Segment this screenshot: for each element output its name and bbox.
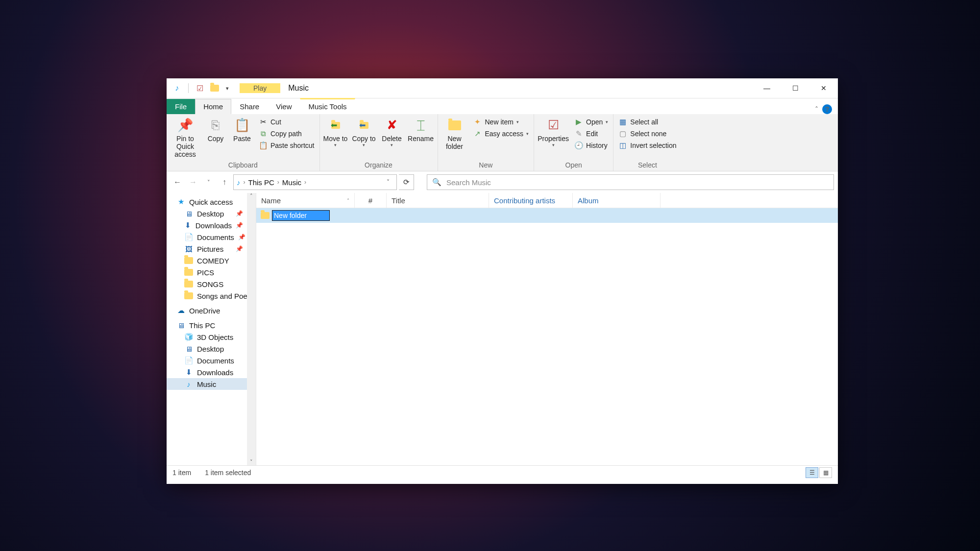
rename-input[interactable] <box>272 210 330 221</box>
select-none-button[interactable]: ▢Select none <box>616 129 678 139</box>
tab-file[interactable]: File <box>167 99 195 114</box>
history-icon: 🕘 <box>574 141 583 150</box>
properties-qat-icon[interactable]: ☑ <box>195 83 205 94</box>
recent-locations-button[interactable]: ˅ <box>202 175 216 189</box>
tab-view[interactable]: View <box>268 99 300 114</box>
ribbon-group-organize: ⬅ Move to▾ ⬅ Copy to▾ ✘ Delete▾ ⌶ Rename… <box>320 114 438 171</box>
scroll-down-icon[interactable]: ˅ <box>250 459 253 465</box>
star-icon: ★ <box>176 197 185 206</box>
pin-quick-access-button[interactable]: 📌 Pin to Quick access <box>170 115 201 158</box>
breadcrumb-music[interactable]: Music <box>282 178 301 187</box>
pictures-icon: 🖼 <box>184 244 193 253</box>
select-all-icon: ▦ <box>618 118 627 126</box>
folder-icon <box>184 280 193 288</box>
column-album[interactable]: Album <box>573 193 661 208</box>
sidebar-item-pics[interactable]: PICS <box>167 266 256 278</box>
open-button[interactable]: ▶Open ▾ <box>572 117 610 127</box>
paste-icon: 📋 <box>234 117 250 134</box>
table-row[interactable] <box>256 208 838 223</box>
group-label-open: Open <box>537 160 610 171</box>
forward-button[interactable]: → <box>186 175 200 189</box>
file-explorer-window: ♪ ☑ ▾ Play Music — ☐ ✕ File Home Share V… <box>167 78 838 484</box>
folder-icon <box>260 211 270 220</box>
this-pc-icon: 🖥 <box>176 321 185 330</box>
sidebar-item-documents[interactable]: 📄Documents📌 <box>167 231 256 243</box>
sidebar-item-desktop[interactable]: 🖥Desktop📌 <box>167 208 256 219</box>
documents-icon: 📄 <box>184 233 193 241</box>
sidebar-item-this-pc[interactable]: 🖥This PC <box>167 319 256 331</box>
status-bar: 1 item 1 item selected ☰ ▦ <box>167 465 838 479</box>
new-folder-button[interactable]: New folder <box>441 115 468 150</box>
properties-icon: ☑ <box>545 117 562 134</box>
sidebar-item-pictures[interactable]: 🖼Pictures📌 <box>167 243 256 255</box>
delete-button[interactable]: ✘ Delete▾ <box>380 115 404 147</box>
back-button[interactable]: ← <box>171 175 184 189</box>
properties-button[interactable]: ☑ Properties▾ <box>537 115 569 147</box>
sidebar-item-downloads-2[interactable]: ⬇Downloads <box>167 366 256 378</box>
chevron-right-icon[interactable]: › <box>277 179 279 186</box>
paste-shortcut-button[interactable]: 📋Paste shortcut <box>257 141 317 150</box>
invert-selection-button[interactable]: ◫Invert selection <box>616 141 678 150</box>
breadcrumb[interactable]: ♪ › This PC › Music › ˅ <box>233 174 397 190</box>
breadcrumb-this-pc[interactable]: This PC <box>248 178 274 187</box>
maximize-button[interactable]: ☐ <box>781 78 809 98</box>
onedrive-icon: ☁ <box>176 306 185 315</box>
folder-qat-icon[interactable] <box>209 83 220 94</box>
help-icon[interactable]: ? <box>822 104 832 114</box>
address-bar: ← → ˅ ↑ ♪ › This PC › Music › ˅ ⟳ 🔍 Sear… <box>167 171 838 193</box>
edit-icon: ✎ <box>574 129 583 138</box>
ribbon-group-open: ☑ Properties▾ ▶Open ▾ ✎Edit 🕘History Ope… <box>534 114 613 171</box>
column-contributing-artists[interactable]: Contributing artists <box>489 193 573 208</box>
rename-icon: ⌶ <box>413 117 429 134</box>
sidebar-item-comedy[interactable]: COMEDY <box>167 255 256 266</box>
sidebar-item-songs[interactable]: SONGS <box>167 278 256 290</box>
copy-to-button[interactable]: ⬅ Copy to▾ <box>351 115 377 147</box>
scroll-up-icon[interactable]: ˄ <box>250 193 253 199</box>
group-label-clipboard: Clipboard <box>170 160 317 171</box>
chevron-right-icon[interactable]: › <box>304 179 306 186</box>
sidebar-item-desktop-2[interactable]: 🖥Desktop <box>167 343 256 355</box>
music-icon: ♪ <box>172 83 182 94</box>
copy-button[interactable]: ⎘ Copy <box>204 115 227 143</box>
copy-path-button[interactable]: ⧉Copy path <box>257 129 317 139</box>
minimize-button[interactable]: — <box>753 78 781 98</box>
move-to-button[interactable]: ⬅ Move to▾ <box>323 115 348 147</box>
tab-music-tools[interactable]: Music Tools <box>300 98 355 114</box>
up-button[interactable]: ↑ <box>218 175 231 189</box>
sidebar-item-music[interactable]: ♪Music <box>167 378 256 390</box>
refresh-button[interactable]: ⟳ <box>399 174 414 190</box>
sidebar-scrollbar[interactable]: ˄˅ <box>247 193 256 465</box>
cut-button[interactable]: ✂Cut <box>257 117 317 127</box>
column-name[interactable]: Name˄ <box>256 193 355 208</box>
window-controls: — ☐ ✕ <box>753 78 838 98</box>
qat-dropdown-icon[interactable]: ▾ <box>224 85 231 92</box>
easy-access-button[interactable]: ↗Easy access ▾ <box>471 129 531 139</box>
sidebar-item-quick-access[interactable]: ★Quick access <box>167 196 256 208</box>
new-item-button[interactable]: ✦New item ▾ <box>471 117 531 127</box>
tab-home[interactable]: Home <box>195 99 231 114</box>
tab-share[interactable]: Share <box>231 99 268 114</box>
sidebar-item-songs-poems[interactable]: Songs and Poem <box>167 290 256 302</box>
sidebar-item-3d-objects[interactable]: 🧊3D Objects <box>167 331 256 343</box>
sidebar-item-downloads[interactable]: ⬇Downloads📌 <box>167 219 256 231</box>
select-all-button[interactable]: ▦Select all <box>616 117 678 127</box>
column-number[interactable]: # <box>355 193 387 208</box>
sidebar-item-onedrive[interactable]: ☁OneDrive <box>167 305 256 316</box>
ribbon-group-new: New folder ✦New item ▾ ↗Easy access ▾ Ne… <box>438 114 535 171</box>
column-title[interactable]: Title <box>387 193 489 208</box>
separator <box>188 83 189 93</box>
details-view-button[interactable]: ☰ <box>806 467 818 478</box>
search-input[interactable]: 🔍 Search Music <box>427 174 834 190</box>
music-location-icon: ♪ <box>237 178 241 187</box>
paste-button[interactable]: 📋 Paste <box>230 115 254 143</box>
address-dropdown-icon[interactable]: ˅ <box>383 179 393 186</box>
history-button[interactable]: 🕘History <box>572 141 610 150</box>
desktop-icon: 🖥 <box>184 209 193 218</box>
edit-button[interactable]: ✎Edit <box>572 129 610 139</box>
sidebar-item-documents-2[interactable]: 📄Documents <box>167 355 256 366</box>
thumbnails-view-button[interactable]: ▦ <box>819 467 832 478</box>
chevron-right-icon[interactable]: › <box>244 179 245 186</box>
close-button[interactable]: ✕ <box>809 78 838 98</box>
collapse-ribbon-icon[interactable]: ˄ <box>815 105 818 113</box>
rename-button[interactable]: ⌶ Rename <box>407 115 435 143</box>
